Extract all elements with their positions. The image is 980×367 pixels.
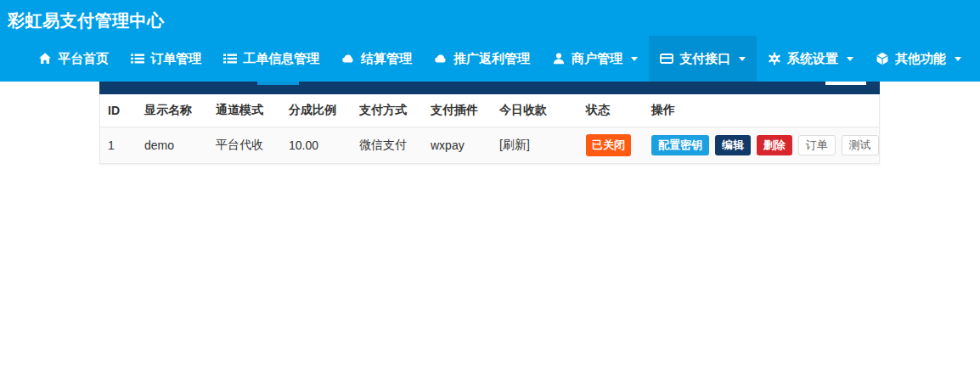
nav-item-merchant-management[interactable]: 商户管理 — [541, 36, 649, 82]
col-header-status: 状态 — [578, 94, 644, 127]
col-header-id: ID — [100, 94, 137, 127]
cell-status: 已关闭 — [578, 127, 644, 164]
caret-down-icon — [847, 57, 853, 61]
table-row: 1 demo 平台代收 10.00 微信支付 wxpay [刷新] 已关闭 配置… — [100, 127, 879, 164]
payment-interface-table-panel: ID 显示名称 通道模式 分成比例 支付方式 支付插件 今日收款 状态 操作 1… — [99, 94, 880, 164]
caret-down-icon — [631, 57, 638, 61]
cell-pay-plugin: wxpay — [423, 127, 492, 164]
nav-item-system-settings[interactable]: 系统设置 — [757, 36, 865, 82]
payment-interface-table: ID 显示名称 通道模式 分成比例 支付方式 支付插件 今日收款 状态 操作 1… — [100, 94, 879, 163]
nav-item-other-functions[interactable]: 其他功能 — [865, 36, 972, 82]
cube-icon — [876, 52, 889, 65]
col-header-today-income: 今日收款 — [492, 94, 578, 127]
nav-item-payment-interface[interactable]: 支付接口 — [649, 36, 757, 82]
main-nav: 平台首页 订单管理 工单信息管理 结算管理 推广返利管理 — [27, 36, 980, 82]
nav-item-rebate-management[interactable]: 推广返利管理 — [423, 36, 541, 82]
app-title: 彩虹易支付管理中心 — [0, 0, 980, 32]
configure-key-button[interactable]: 配置密钥 — [651, 135, 709, 155]
delete-button[interactable]: 删除 — [757, 135, 792, 155]
cell-display-name: demo — [137, 127, 208, 164]
cell-pay-method: 微信支付 — [352, 127, 423, 164]
nav-item-label: 其他功能 — [895, 51, 946, 67]
col-header-display-name: 显示名称 — [137, 94, 208, 127]
col-header-share-ratio: 分成比例 — [281, 94, 352, 127]
list-icon — [223, 52, 237, 65]
cell-id: 1 — [100, 127, 137, 164]
nav-item-label: 工单信息管理 — [243, 51, 319, 67]
nav-item-label: 结算管理 — [361, 51, 412, 67]
header: 彩虹易支付管理中心 平台首页 订单管理 工单信息管理 结算管理 — [0, 0, 980, 82]
cell-today-income: [刷新] — [492, 127, 578, 164]
nav-item-settlement-management[interactable]: 结算管理 — [330, 36, 423, 82]
nav-item-label: 订单管理 — [150, 51, 201, 67]
cloud-icon — [341, 52, 355, 65]
cell-share-ratio: 10.00 — [281, 127, 352, 164]
user-icon — [552, 52, 566, 65]
list-icon — [131, 52, 144, 65]
cell-actions: 配置密钥 编辑 删除 订单 测试 — [644, 127, 879, 164]
content-area: ID 显示名称 通道模式 分成比例 支付方式 支付插件 今日收款 状态 操作 1… — [99, 82, 880, 164]
col-header-channel-mode: 通道模式 — [208, 94, 281, 127]
home-icon — [38, 52, 52, 65]
table-header-row: ID 显示名称 通道模式 分成比例 支付方式 支付插件 今日收款 状态 操作 — [100, 94, 879, 127]
nav-item-label: 系统设置 — [787, 51, 838, 67]
cell-channel-mode: 平台代收 — [208, 127, 281, 164]
test-button[interactable]: 测试 — [842, 135, 879, 155]
col-header-pay-method: 支付方式 — [352, 94, 423, 127]
refresh-link[interactable]: [刷新] — [499, 138, 530, 151]
order-button[interactable]: 订单 — [798, 135, 836, 155]
edit-button[interactable]: 编辑 — [715, 135, 751, 155]
caret-down-icon — [955, 57, 961, 61]
nav-item-order-management[interactable]: 订单管理 — [120, 36, 212, 82]
nav-item-logout[interactable]: 退出登录 — [972, 36, 980, 82]
panel-header-strip — [99, 82, 880, 94]
gear-icon — [768, 52, 781, 65]
caret-down-icon — [739, 57, 746, 61]
nav-item-ticket-management[interactable]: 工单信息管理 — [212, 36, 330, 82]
cloud-icon — [434, 52, 448, 65]
nav-item-platform-home[interactable]: 平台首页 — [27, 36, 120, 82]
nav-item-label: 支付接口 — [679, 51, 730, 67]
nav-item-label: 推广返利管理 — [453, 51, 530, 67]
col-header-pay-plugin: 支付插件 — [423, 94, 492, 127]
status-badge-closed[interactable]: 已关闭 — [586, 134, 631, 156]
nav-item-label: 平台首页 — [58, 51, 109, 67]
nav-item-label: 商户管理 — [572, 51, 622, 67]
credit-card-icon — [660, 52, 673, 65]
col-header-actions: 操作 — [644, 94, 879, 127]
